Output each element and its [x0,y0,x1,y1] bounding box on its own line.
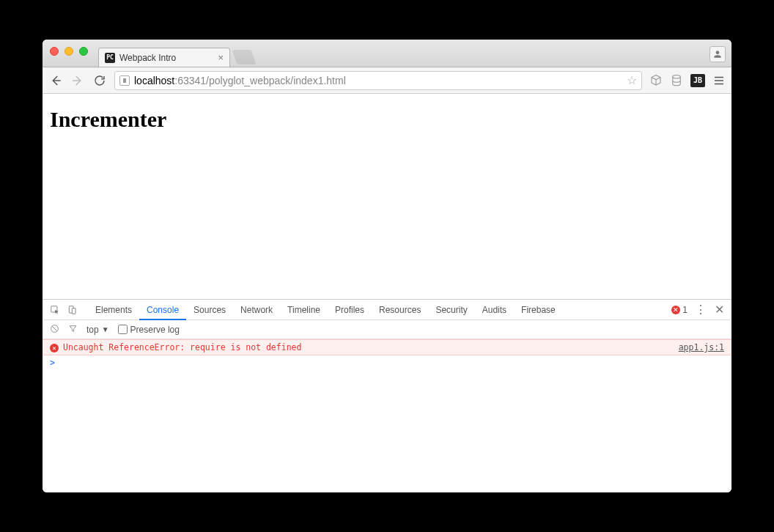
reload-icon [93,74,106,87]
inspect-element-button[interactable] [47,302,63,318]
devtools-tab-sources[interactable]: Sources [186,300,233,320]
console-output: ✕ Uncaught ReferenceError: require is no… [43,339,731,492]
back-button[interactable] [48,73,63,88]
tab-favicon-icon: PC [105,53,115,63]
funnel-icon [68,324,78,333]
devtools-tab-security[interactable]: Security [428,300,474,320]
browser-window: PC Webpack Intro × localhost:63341/polyg… [43,40,731,492]
page-viewport: Incrementer [43,94,731,299]
device-toolbar-button[interactable] [64,302,81,318]
devtools-tabbar-right: ✕ 1 ⋮ ✕ [671,303,727,317]
console-error-source-link[interactable]: app1.js:1 [679,342,724,352]
extension-jetbrains-icon[interactable]: JB [690,74,705,87]
devtools-tab-network[interactable]: Network [233,300,280,320]
devtools-tabbar: ElementsConsoleSourcesNetworkTimelinePro… [43,300,731,320]
nav-toolbar: localhost:63341/polyglot_webpack/index1.… [43,67,731,94]
preserve-log-label: Preserve log [130,325,180,335]
url-path: :63341/polyglot_webpack/index1.html [174,75,346,86]
titlebar-right [710,46,726,62]
toolbar-extensions: JB [649,74,726,87]
preserve-log-checkbox[interactable]: Preserve log [118,325,180,335]
devtools-panel: ElementsConsoleSourcesNetworkTimelinePro… [43,299,731,492]
devtools-tab-timeline[interactable]: Timeline [280,300,328,320]
arrow-left-icon [49,74,62,87]
preserve-log-input[interactable] [118,325,128,334]
svg-point-0 [673,75,681,78]
devtools-menu-button[interactable]: ⋮ [695,303,707,317]
person-icon [712,49,723,59]
traffic-lights [50,47,88,56]
clear-console-button[interactable] [50,324,59,336]
titlebar: PC Webpack Intro × [43,40,731,67]
devtools-tab-audits[interactable]: Audits [475,300,514,320]
error-count: 1 [682,305,688,315]
chrome-menu-button[interactable] [712,74,726,87]
page-heading: Incrementer [50,107,724,132]
filter-button[interactable] [68,324,78,336]
console-error-message: Uncaught ReferenceError: require is not … [63,342,674,352]
profile-button[interactable] [710,46,726,62]
new-tab-button[interactable] [232,50,256,64]
console-error-row[interactable]: ✕ Uncaught ReferenceError: require is no… [43,339,731,355]
devtools-tab-firebase[interactable]: Firebase [514,300,563,320]
extension-db-icon[interactable] [670,74,683,87]
tab-strip: PC Webpack Intro × [98,40,254,67]
window-minimize-button[interactable] [64,47,73,56]
no-entry-icon [50,324,59,333]
bookmark-star-icon[interactable]: ☆ [627,73,637,87]
browser-tab[interactable]: PC Webpack Intro × [98,48,230,67]
svg-rect-3 [72,308,75,314]
devtools-tab-console[interactable]: Console [139,300,186,320]
chevron-down-icon: ▼ [102,325,109,333]
devtools-tab-resources[interactable]: Resources [372,300,428,320]
error-count-badge[interactable]: ✕ 1 [671,305,688,315]
console-toolbar: top ▼ Preserve log [43,320,731,339]
tab-close-icon[interactable]: × [218,52,224,63]
context-selector-value: top [86,325,99,335]
reload-button[interactable] [92,73,107,88]
devtools-tab-elements[interactable]: Elements [88,300,139,320]
address-bar[interactable]: localhost:63341/polyglot_webpack/index1.… [114,71,642,90]
devtools-tab-profiles[interactable]: Profiles [328,300,372,320]
context-selector[interactable]: top ▼ [86,325,109,335]
extension-cube-icon[interactable] [649,74,663,87]
window-close-button[interactable] [50,47,59,56]
window-maximize-button[interactable] [79,47,88,56]
site-info-icon[interactable] [119,75,130,86]
error-dot-icon: ✕ [671,306,680,314]
error-icon: ✕ [50,344,59,352]
console-prompt[interactable]: > [43,355,731,370]
devtools-tablist: ElementsConsoleSourcesNetworkTimelinePro… [88,300,563,320]
tab-title: Webpack Intro [119,53,213,63]
url-host: localhost [134,75,174,86]
arrow-right-icon [71,74,84,87]
devtools-close-button[interactable]: ✕ [715,303,724,317]
forward-button[interactable] [70,73,85,88]
